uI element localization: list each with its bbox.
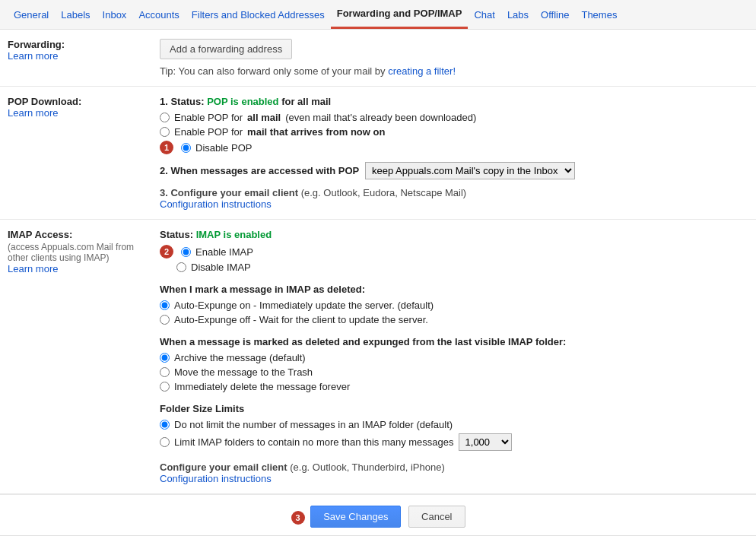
pop-label-cell: POP Download: Learn more bbox=[0, 87, 152, 220]
forwarding-row: Forwarding: Learn more Add a forwarding … bbox=[0, 30, 756, 87]
step3-circle: 3 bbox=[291, 511, 305, 525]
imap-deleted-section: When I mark a message in IMAP as deleted… bbox=[160, 284, 748, 325]
button-row: 3 Save Changes Cancel bbox=[0, 494, 756, 535]
pop-section3-example: (e.g. Outlook, Eudora, Netscape Mail) bbox=[298, 187, 466, 198]
imap-title: IMAP Access: bbox=[8, 229, 145, 240]
pop-radio-from-now: Enable POP for mail that arrives from no… bbox=[160, 126, 748, 138]
imap-expunged-section: When a message is marked as deleted and … bbox=[160, 336, 748, 392]
imap-delete-label: Immediately delete the message forever bbox=[174, 381, 350, 392]
add-forwarding-button[interactable]: Add a forwarding address bbox=[160, 39, 292, 59]
imap-disable-radio[interactable] bbox=[176, 262, 186, 272]
save-changes-button[interactable]: Save Changes bbox=[310, 506, 401, 528]
imap-auto-on-label: Auto-Expunge on - Immediately update the… bbox=[174, 300, 434, 311]
imap-deleted-title: When I mark a message in IMAP as deleted… bbox=[160, 284, 748, 295]
pop-radio-disable: 1 Disable POP bbox=[160, 141, 748, 154]
pop-disable-radio[interactable] bbox=[181, 143, 191, 153]
pop-status-prefix: 1. Status: bbox=[160, 96, 207, 107]
imap-disable-label: Disable IMAP bbox=[191, 262, 251, 273]
imap-folder-title: Folder Size Limits bbox=[160, 403, 748, 414]
pop-all-mail-bold: all mail bbox=[247, 112, 281, 123]
imap-folder-section: Folder Size Limits Do not limit the numb… bbox=[160, 403, 748, 451]
forwarding-title: Forwarding: bbox=[8, 39, 145, 50]
imap-auto-off-label: Auto-Expunge off - Wait for the client t… bbox=[174, 314, 428, 325]
pop-action-select[interactable]: keep Appuals.com Mail's copy in the Inbo… bbox=[365, 162, 575, 179]
pop-section2-label: 2. When messages are accessed with POP bbox=[160, 165, 359, 176]
pop-radio-all-mail: Enable POP for all mail (even mail that'… bbox=[160, 112, 748, 123]
pop-title: POP Download: bbox=[8, 96, 145, 107]
imap-label-cell: IMAP Access: (access Appuals.com Mail fr… bbox=[0, 220, 152, 494]
pop-all-mail-radio[interactable] bbox=[160, 113, 170, 122]
nav-forwarding-pop-imap[interactable]: Forwarding and POP/IMAP bbox=[331, 0, 469, 29]
imap-config-example: (e.g. Outlook, Thunderbird, iPhone) bbox=[287, 461, 445, 473]
nav-chat[interactable]: Chat bbox=[468, 2, 500, 28]
pop-row: POP Download: Learn more 1. Status: POP … bbox=[0, 87, 756, 220]
imap-archive-row: Archive the message (default) bbox=[160, 352, 748, 363]
forwarding-label-cell: Forwarding: Learn more bbox=[0, 30, 152, 87]
imap-auto-on-radio[interactable] bbox=[160, 300, 170, 310]
pop-step1-circle: 1 bbox=[160, 141, 173, 154]
pop-all-mail-suffix: (even mail that's already been downloade… bbox=[285, 112, 476, 123]
imap-sublabel: (access Appuals.com Mail from other clie… bbox=[8, 242, 145, 263]
nav-inbox[interactable]: Inbox bbox=[97, 2, 133, 28]
imap-status-value: IMAP is enabled bbox=[196, 229, 272, 240]
imap-trash-label: Move the message to the Trash bbox=[174, 366, 313, 378]
nav-accounts[interactable]: Accounts bbox=[132, 2, 185, 28]
settings-table: Forwarding: Learn more Add a forwarding … bbox=[0, 30, 756, 494]
settings-content: Forwarding: Learn more Add a forwarding … bbox=[0, 30, 756, 535]
imap-enable-radio[interactable] bbox=[181, 247, 191, 257]
imap-trash-radio[interactable] bbox=[160, 367, 170, 377]
imap-no-limit-row: Do not limit the number of messages in a… bbox=[160, 419, 748, 430]
imap-limit-row: Limit IMAP folders to contain no more th… bbox=[160, 433, 748, 451]
imap-delete-row: Immediately delete the message forever bbox=[160, 381, 748, 392]
imap-learn-more[interactable]: Learn more bbox=[8, 263, 58, 274]
pop-status-line: 1. Status: POP is enabled for all mail bbox=[160, 96, 748, 107]
imap-archive-label: Archive the message (default) bbox=[174, 352, 306, 363]
forwarding-tip: Tip: You can also forward only some of y… bbox=[160, 65, 748, 77]
imap-folder-select[interactable]: 1,000 2,000 5,000 10,000 bbox=[459, 433, 512, 451]
imap-config-section: Configure your email client (e.g. Outloo… bbox=[160, 461, 748, 484]
nav-labs[interactable]: Labs bbox=[501, 2, 535, 28]
nav-filters[interactable]: Filters and Blocked Addresses bbox=[186, 2, 331, 28]
pop-learn-more[interactable]: Learn more bbox=[8, 107, 58, 119]
imap-config-link[interactable]: Configuration instructions bbox=[160, 473, 272, 484]
nav-general[interactable]: General bbox=[8, 2, 55, 28]
imap-status-line: Status: IMAP is enabled bbox=[160, 229, 748, 240]
forwarding-content-cell: Add a forwarding address Tip: You can al… bbox=[152, 30, 756, 87]
pop-disable-label: Disable POP bbox=[195, 142, 252, 154]
nav-offline[interactable]: Offline bbox=[535, 2, 575, 28]
nav-labels[interactable]: Labels bbox=[55, 2, 96, 28]
pop-section3-bold: 3. Configure your email client bbox=[160, 187, 298, 198]
tip-filter-link[interactable]: creating a filter! bbox=[388, 65, 456, 77]
forwarding-learn-more[interactable]: Learn more bbox=[8, 50, 58, 62]
tip-text-part: Tip: You can also forward only some of y… bbox=[160, 65, 386, 77]
imap-content-cell: Status: IMAP is enabled 2 Enable IMAP Di… bbox=[152, 220, 756, 494]
imap-auto-on-row: Auto-Expunge on - Immediately update the… bbox=[160, 300, 748, 311]
pop-from-now-bold: mail that arrives from now on bbox=[247, 126, 385, 138]
imap-archive-radio[interactable] bbox=[160, 353, 170, 363]
imap-enable-label: Enable IMAP bbox=[195, 246, 253, 258]
imap-limit-radio[interactable] bbox=[160, 437, 170, 447]
imap-auto-off-row: Auto-Expunge off - Wait for the client t… bbox=[160, 314, 748, 325]
pop-all-mail-label-prefix: Enable POP for bbox=[174, 112, 243, 123]
imap-auto-off-radio[interactable] bbox=[160, 315, 170, 325]
cancel-button[interactable]: Cancel bbox=[408, 506, 465, 528]
settings-nav: General Labels Inbox Accounts Filters an… bbox=[0, 0, 756, 30]
imap-limit-label: Limit IMAP folders to contain no more th… bbox=[174, 436, 454, 448]
pop-status-suffix: for all mail bbox=[279, 96, 332, 107]
imap-no-limit-radio[interactable] bbox=[160, 420, 170, 430]
imap-status-prefix: Status: bbox=[160, 229, 196, 240]
imap-row: IMAP Access: (access Appuals.com Mail fr… bbox=[0, 220, 756, 494]
pop-section3: 3. Configure your email client (e.g. Out… bbox=[160, 187, 748, 210]
pop-from-now-radio[interactable] bbox=[160, 127, 170, 137]
imap-expunged-title: When a message is marked as deleted and … bbox=[160, 336, 748, 347]
imap-delete-radio[interactable] bbox=[160, 382, 170, 392]
nav-themes[interactable]: Themes bbox=[575, 2, 623, 28]
pop-from-now-prefix: Enable POP for bbox=[174, 126, 243, 138]
pop-section3-label: 3. Configure your email client (e.g. Out… bbox=[160, 187, 466, 198]
imap-config-bold: Configure your email client bbox=[160, 461, 287, 473]
imap-config-prefix: Configure your email client (e.g. Outloo… bbox=[160, 461, 445, 473]
imap-no-limit-label: Do not limit the number of messages in a… bbox=[174, 419, 453, 430]
pop-config-link[interactable]: Configuration instructions bbox=[160, 198, 272, 210]
pop-content-cell: 1. Status: POP is enabled for all mail E… bbox=[152, 87, 756, 220]
pop-section2: 2. When messages are accessed with POP k… bbox=[160, 162, 748, 179]
